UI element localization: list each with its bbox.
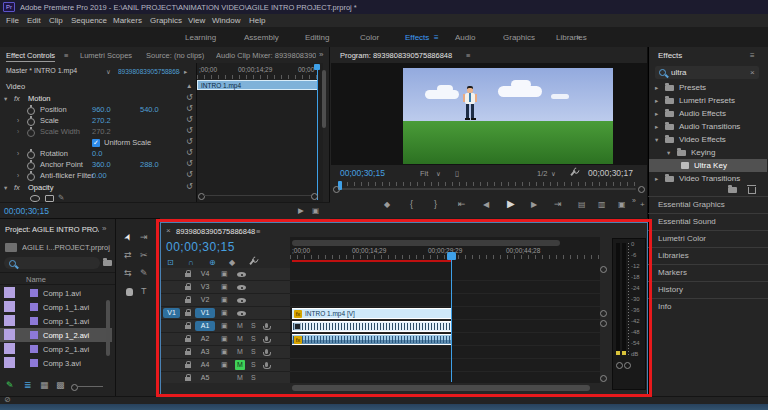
status-bar	[0, 396, 768, 404]
status-link-icon: ⊘	[4, 395, 11, 404]
premiere-pro-window: Pr Adobe Premiere Pro 2019 - E:\ANIL PRO…	[0, 0, 768, 410]
taskbar-strip	[0, 404, 768, 410]
status-layer: ⊘	[0, 0, 768, 410]
